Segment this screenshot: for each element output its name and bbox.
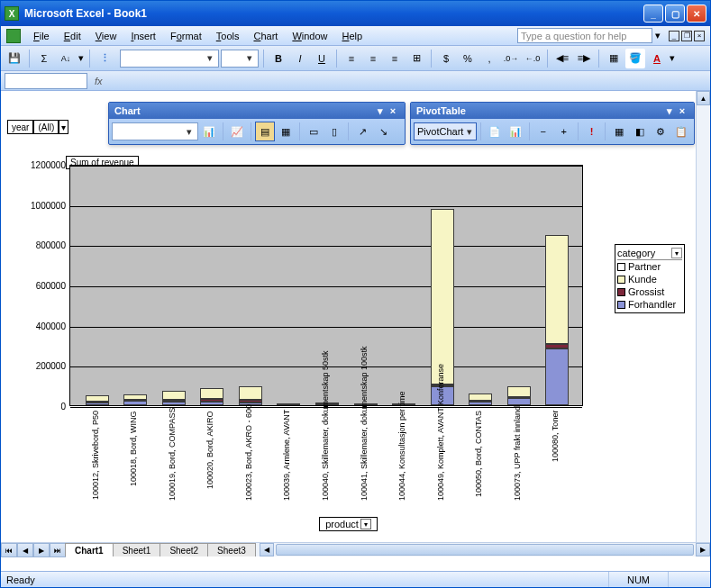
chart-type-button[interactable]: 📈 <box>227 122 247 141</box>
fill-color-button[interactable]: 🪣 <box>625 49 645 68</box>
menu-help[interactable]: Help <box>335 31 370 41</box>
legend-button[interactable]: ▤ <box>255 122 275 141</box>
align-right-button[interactable]: ≡ <box>385 49 405 68</box>
field-list-button[interactable]: 📋 <box>671 122 691 141</box>
angle-cw-button[interactable]: ↘ <box>373 122 393 141</box>
scroll-up-icon[interactable]: ▲ <box>697 91 710 105</box>
x-axis-dropdown-icon[interactable]: ▾ <box>360 519 371 529</box>
maximize-button[interactable]: ▢ <box>665 5 685 23</box>
toolbar-overflow-icon[interactable]: ▾ <box>77 52 85 64</box>
hide-detail-button[interactable]: − <box>533 122 553 141</box>
decrease-decimal-button[interactable]: ←.0 <box>523 49 542 68</box>
increase-indent-button[interactable]: ≡▶ <box>574 49 594 68</box>
bar-segment-forhandler[interactable] <box>507 398 531 405</box>
bar-segment-kunde[interactable] <box>239 386 262 401</box>
sheet-tab-sheet2[interactable]: Sheet2 <box>160 543 208 556</box>
year-filter[interactable]: year (All) ▾ <box>7 120 68 134</box>
minimize-button[interactable]: _ <box>643 5 663 23</box>
increase-decimal-button[interactable]: .0→ <box>501 49 521 68</box>
italic-button[interactable]: I <box>290 49 310 68</box>
sort-asc-button[interactable]: A↓ <box>56 49 76 68</box>
pivotchart-menu-button[interactable]: PivotChart▾ <box>414 122 477 140</box>
menu-view[interactable]: View <box>88 31 124 41</box>
legend-item[interactable]: Grossist <box>617 285 682 298</box>
angle-cc-button[interactable]: ↗ <box>352 122 372 141</box>
legend-dropdown-icon[interactable]: ▾ <box>671 248 682 258</box>
by-row-button[interactable]: ▭ <box>304 122 324 141</box>
toolbar-options-button[interactable]: ⋮ <box>95 49 114 68</box>
tab-nav-next-icon[interactable]: ▶ <box>33 543 50 557</box>
sheet-tab-sheet1[interactable]: Sheet1 <box>113 543 161 556</box>
bar-segment-forhandler[interactable] <box>123 401 147 405</box>
name-box[interactable] <box>5 73 87 89</box>
tab-nav-last-icon[interactable]: ⏭ <box>50 543 66 557</box>
bar-segment-kunde[interactable] <box>469 394 492 401</box>
chart-toolbar-title[interactable]: Chart ▾ × <box>109 103 405 119</box>
bar-segment-kunde[interactable] <box>431 209 454 384</box>
chart-objects-dropdown[interactable]: ▾ <box>112 122 198 140</box>
pivottable-toolbar[interactable]: PivotTable ▾ × PivotChart▾ 📄 📊 − + ! ▦ ◧… <box>410 102 695 145</box>
pivot-chart[interactable]: Sum of revenue 0200000400000600000800000… <box>12 154 685 531</box>
bar-segment-grossist[interactable] <box>200 399 223 402</box>
bar-segment-grossist[interactable] <box>239 400 262 402</box>
bar-segment-kunde[interactable] <box>86 395 109 402</box>
legend[interactable]: category ▾ PartnerKundeGrossistForhandle… <box>615 244 685 313</box>
font-size-dropdown[interactable]: ▾ <box>221 50 259 68</box>
menu-window[interactable]: Window <box>285 31 334 41</box>
menu-file[interactable]: File <box>26 31 57 41</box>
menu-tools[interactable]: Tools <box>209 31 247 41</box>
comma-button[interactable]: , <box>479 49 499 68</box>
percent-button[interactable]: % <box>458 49 478 68</box>
merge-center-button[interactable]: ⊞ <box>406 49 426 68</box>
legend-item[interactable]: Forhandler <box>617 298 682 311</box>
x-axis-field[interactable]: product ▾ <box>319 517 378 531</box>
show-detail-button[interactable]: + <box>554 122 574 141</box>
bar-segment-kunde[interactable] <box>277 403 300 405</box>
borders-button[interactable]: ▦ <box>604 49 624 68</box>
bar-segment-kunde[interactable] <box>545 235 569 344</box>
include-hidden-button[interactable]: ▦ <box>609 122 629 141</box>
chart-toolbar[interactable]: Chart ▾ × ▾ 📊 📈 ▤ ▦ ▭ ▯ ↗ ↘ <box>108 102 406 145</box>
mdi-minimize-button[interactable]: _ <box>669 31 679 41</box>
sheet-tab-chart1[interactable]: Chart1 <box>65 543 114 556</box>
menu-insert[interactable]: Insert <box>123 31 163 41</box>
close-button[interactable]: ✕ <box>687 5 706 23</box>
pivottable-toolbar-title[interactable]: PivotTable ▾ × <box>411 103 694 119</box>
chart-wizard-button[interactable]: 📊 <box>506 122 525 141</box>
bar-segment-forhandler[interactable] <box>545 348 569 405</box>
bar-segment-forhandler[interactable] <box>86 403 109 405</box>
font-color-button[interactable]: A <box>647 49 667 68</box>
formatting-overflow-icon[interactable]: ▾ <box>669 52 676 64</box>
help-search-box[interactable]: Type a question for help <box>517 28 652 43</box>
autosum-button[interactable]: Σ <box>34 49 54 68</box>
formula-input[interactable] <box>108 73 706 89</box>
bar-segment-kunde[interactable] <box>507 386 531 397</box>
align-center-button[interactable]: ≡ <box>363 49 383 68</box>
sheet-tab-sheet3[interactable]: Sheet3 <box>207 543 256 556</box>
bold-button[interactable]: B <box>269 49 288 68</box>
field-settings-button[interactable]: ⚙ <box>651 122 670 141</box>
pivottable-toolbar-close-icon[interactable]: × <box>676 105 688 116</box>
bar-segment-grossist[interactable] <box>162 400 186 402</box>
pivottable-toolbar-options-icon[interactable]: ▾ <box>663 105 676 117</box>
bar-segment-forhandler[interactable] <box>469 402 492 405</box>
mdi-restore-button[interactable]: ❐ <box>681 31 692 41</box>
vertical-scrollbar[interactable]: ▲ ▼ <box>696 91 710 556</box>
save-button[interactable]: 💾 <box>5 49 24 68</box>
document-icon[interactable] <box>6 29 21 43</box>
year-filter-dropdown-icon[interactable]: ▾ <box>59 120 68 134</box>
tab-nav-prev-icon[interactable]: ◀ <box>17 543 33 557</box>
always-display-button[interactable]: ◧ <box>630 122 650 141</box>
bar-segment-kunde[interactable] <box>162 391 186 400</box>
align-left-button[interactable]: ≡ <box>342 49 361 68</box>
mdi-close-button[interactable]: × <box>694 31 705 41</box>
data-table-button[interactable]: ▦ <box>276 122 296 141</box>
format-selection-button[interactable]: 📊 <box>199 122 219 141</box>
decrease-indent-button[interactable]: ◀≡ <box>552 49 572 68</box>
bar-segment-forhandler[interactable] <box>162 402 186 405</box>
chart-toolbar-close-icon[interactable]: × <box>387 105 399 116</box>
underline-button[interactable]: U <box>312 49 332 68</box>
fx-icon[interactable]: fx <box>95 76 103 86</box>
by-column-button[interactable]: ▯ <box>324 122 344 141</box>
horizontal-scrollbar[interactable]: ◀ ▶ <box>260 543 710 556</box>
